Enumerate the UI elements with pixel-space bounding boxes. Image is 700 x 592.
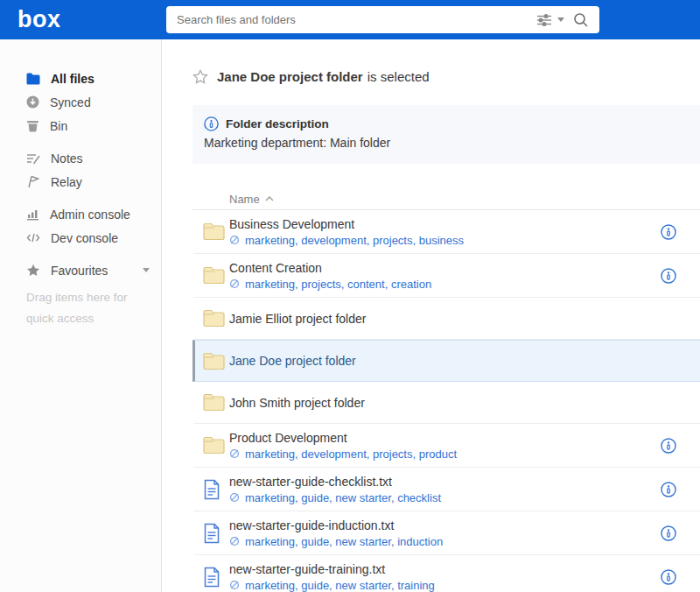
table-row[interactable]: Content Creation marketing, projects, co… bbox=[192, 254, 700, 298]
tag-icon bbox=[229, 448, 240, 459]
info-button[interactable] bbox=[661, 525, 676, 541]
item-name[interactable]: new-starter-guide-training.txt bbox=[229, 562, 661, 576]
name-column-label: Name bbox=[229, 193, 260, 206]
folder-icon bbox=[203, 266, 225, 285]
folder-icon bbox=[203, 309, 225, 328]
description-title: Folder description bbox=[226, 117, 329, 130]
table-row[interactable]: Product Development marketing, developme… bbox=[192, 424, 700, 468]
search-bar[interactable] bbox=[166, 6, 599, 33]
info-button[interactable] bbox=[661, 569, 676, 585]
favourites-drag-hint: Drag items here for quick access bbox=[0, 282, 161, 328]
table-row[interactable]: new-starter-guide-training.txt marketing… bbox=[192, 555, 700, 592]
selection-status-text: is selected bbox=[368, 69, 430, 84]
item-name[interactable]: Product Development bbox=[229, 431, 661, 445]
sidebar-item-synced[interactable]: Synced bbox=[0, 90, 161, 114]
sidebar-item-admin-console[interactable]: Admin console bbox=[0, 202, 161, 226]
table-row[interactable]: John Smith project folder bbox=[192, 382, 700, 424]
table-row[interactable]: new-starter-guide-induction.txt marketin… bbox=[192, 511, 700, 555]
info-button[interactable] bbox=[661, 438, 676, 454]
favourites-caret-icon[interactable] bbox=[143, 268, 150, 272]
sidebar-item-label: All files bbox=[51, 72, 150, 86]
search-filter-icon[interactable] bbox=[536, 14, 552, 26]
sidebar-item-relay[interactable]: Relay bbox=[0, 170, 161, 194]
sidebar: All files Synced Bin Notes Relay Admin c… bbox=[0, 39, 162, 592]
tag-icon bbox=[229, 580, 240, 590]
selected-item-name: Jane Doe project folder bbox=[217, 69, 363, 84]
item-tags: marketing, development, projects, busine… bbox=[229, 234, 661, 247]
folder-icon bbox=[203, 222, 225, 241]
name-column-header[interactable]: Name bbox=[192, 188, 700, 210]
star-icon bbox=[26, 264, 40, 277]
folder-icon bbox=[26, 73, 40, 85]
sort-ascending-icon bbox=[265, 196, 274, 201]
item-name[interactable]: Content Creation bbox=[229, 261, 661, 275]
text-file-icon bbox=[203, 523, 220, 544]
folder-description-panel: Folder description Marketing department:… bbox=[192, 105, 700, 164]
star-outline-icon[interactable] bbox=[192, 69, 208, 84]
file-list: Business Development marketing, developm… bbox=[192, 210, 700, 592]
item-name[interactable]: Jane Doe project folder bbox=[229, 354, 700, 368]
tag-icon bbox=[229, 278, 240, 289]
relay-flag-icon bbox=[26, 175, 40, 188]
sidebar-item-label: Admin console bbox=[50, 208, 150, 222]
sidebar-item-dev-console[interactable]: Dev console bbox=[0, 226, 161, 250]
table-row[interactable]: Business Development marketing, developm… bbox=[192, 210, 700, 254]
info-button[interactable] bbox=[661, 268, 676, 284]
tag-icon bbox=[229, 492, 240, 503]
search-input[interactable] bbox=[166, 13, 536, 26]
notes-icon bbox=[26, 152, 40, 165]
tag-list[interactable]: marketing, guide, new starter, induction bbox=[245, 535, 443, 548]
table-row[interactable]: Jamie Elliot project folder bbox=[192, 298, 700, 340]
tag-list[interactable]: marketing, guide, new starter, checklist bbox=[245, 491, 441, 504]
tag-list[interactable]: marketing, guide, new starter, training bbox=[245, 579, 435, 592]
description-text: Marketing department: Main folder bbox=[204, 136, 700, 150]
text-file-icon bbox=[203, 479, 220, 500]
item-name[interactable]: Jamie Elliot project folder bbox=[229, 312, 700, 326]
sync-icon bbox=[26, 95, 39, 109]
item-name[interactable]: John Smith project folder bbox=[229, 396, 700, 410]
folder-icon bbox=[203, 436, 225, 455]
sidebar-item-notes[interactable]: Notes bbox=[0, 146, 161, 170]
item-name[interactable]: new-starter-guide-checklist.txt bbox=[229, 475, 661, 489]
item-tags: marketing, projects, content, creation bbox=[229, 278, 661, 291]
sidebar-item-label: Bin bbox=[50, 119, 150, 133]
sidebar-item-label: Dev console bbox=[51, 231, 150, 245]
sidebar-item-label: Notes bbox=[51, 152, 150, 166]
item-tags: marketing, guide, new starter, training bbox=[229, 579, 661, 592]
tag-list[interactable]: marketing, projects, content, creation bbox=[245, 278, 431, 291]
item-name[interactable]: Business Development bbox=[229, 217, 661, 231]
item-name[interactable]: new-starter-guide-induction.txt bbox=[229, 518, 661, 532]
sidebar-item-label: Favourites bbox=[51, 264, 143, 278]
search-icon[interactable] bbox=[573, 12, 589, 28]
text-file-icon bbox=[203, 567, 220, 588]
info-icon bbox=[204, 116, 219, 131]
main-panel: Jane Doe project folder is selected Fold… bbox=[163, 39, 700, 592]
selection-header: Jane Doe project folder is selected bbox=[192, 66, 700, 87]
item-tags: marketing, guide, new starter, induction bbox=[229, 535, 661, 548]
top-navigation-bar: box bbox=[0, 0, 700, 39]
tag-icon bbox=[229, 536, 240, 546]
trash-icon bbox=[26, 119, 39, 132]
folder-icon bbox=[203, 352, 225, 370]
code-icon bbox=[26, 232, 40, 243]
sidebar-item-label: Relay bbox=[51, 175, 150, 189]
sidebar-item-label: Synced bbox=[50, 95, 150, 109]
info-button[interactable] bbox=[661, 482, 676, 497]
sidebar-item-favourites[interactable]: Favourites bbox=[0, 258, 161, 282]
table-row[interactable]: new-starter-guide-checklist.txt marketin… bbox=[192, 468, 700, 511]
box-logo[interactable]: box bbox=[18, 8, 61, 32]
tag-list[interactable]: marketing, development, projects, produc… bbox=[245, 448, 457, 461]
search-filter-caret-icon[interactable] bbox=[557, 18, 564, 22]
item-tags: marketing, development, projects, produc… bbox=[229, 448, 661, 461]
tag-icon bbox=[229, 235, 240, 245]
bar-chart-icon bbox=[26, 208, 39, 221]
table-row[interactable]: Jane Doe project folder bbox=[192, 340, 700, 382]
sidebar-item-bin[interactable]: Bin bbox=[0, 114, 161, 137]
sidebar-item-all-files[interactable]: All files bbox=[0, 67, 161, 90]
tag-list[interactable]: marketing, development, projects, busine… bbox=[245, 234, 464, 247]
info-button[interactable] bbox=[661, 224, 676, 240]
item-tags: marketing, guide, new starter, checklist bbox=[229, 491, 661, 504]
folder-icon bbox=[203, 393, 225, 412]
